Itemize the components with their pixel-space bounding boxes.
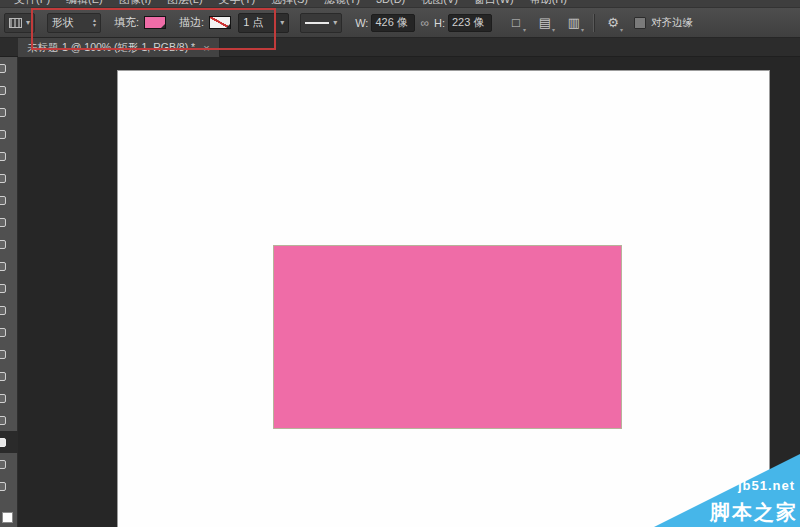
chevron-down-icon: ▾ <box>333 18 337 27</box>
document-tab[interactable]: 未标题-1 @ 100% (矩形 1, RGB/8) * × <box>18 38 220 57</box>
zoom-tool-icon <box>0 482 6 491</box>
stroke-color-swatch[interactable] <box>209 16 231 29</box>
tool-gradient[interactable] <box>0 299 18 321</box>
stroke-label: 描边: <box>179 15 204 30</box>
height-label: H: <box>434 17 445 29</box>
tool-path-selection[interactable] <box>0 409 18 431</box>
tool-preset-button[interactable]: ▾ <box>4 13 35 33</box>
document-tab-title: 未标题-1 @ 100% (矩形 1, RGB/8) * <box>27 41 195 55</box>
toolbar-tools <box>0 57 17 497</box>
menu-item-文件(F)[interactable]: 文件(F) <box>14 0 50 6</box>
chevron-down-icon: ▾ <box>26 18 30 27</box>
tool-preset-icon <box>9 18 22 28</box>
shape-height-input[interactable]: 223 像 <box>448 14 492 32</box>
rectangle-tool-icon <box>0 438 6 447</box>
shape-width-input[interactable]: 426 像 <box>371 14 415 32</box>
tool-brush[interactable] <box>0 211 18 233</box>
path-operations-icon: □ <box>512 15 520 30</box>
menu-item-3D(D)[interactable]: 3D(D) <box>376 0 405 6</box>
hand-tool-icon <box>0 460 6 469</box>
close-icon[interactable]: × <box>203 42 209 54</box>
rectangular-marquee-tool-icon <box>0 86 6 95</box>
tool-rectangle[interactable] <box>0 431 18 453</box>
brush-tool-icon <box>0 218 6 227</box>
shape-width-value: 426 像 <box>375 15 407 30</box>
tool-eraser[interactable] <box>0 277 18 299</box>
fill-label: 填充: <box>114 15 139 30</box>
crop-tool-icon <box>0 152 6 161</box>
updown-arrows-icon: ▴▾ <box>93 18 96 28</box>
path-operations-button[interactable]: □ ▾ <box>506 13 526 33</box>
options-bar: ▾ 形状 ▴▾ 填充: 描边: 1 点 ▾ ▾ W: 426 像 ∞ H: 2 <box>0 8 800 38</box>
gradient-tool-icon <box>0 306 6 315</box>
tool-move[interactable] <box>0 57 18 79</box>
path-alignment-icon: ▤ <box>539 15 551 30</box>
tool-pen[interactable] <box>0 365 18 387</box>
tool-crop[interactable] <box>0 145 18 167</box>
tool-dodge[interactable] <box>0 343 18 365</box>
clone-stamp-tool-icon <box>0 240 6 249</box>
menu-item-滤镜(T)[interactable]: 滤镜(T) <box>324 0 360 6</box>
watermark: jb51.net 脚本之家 <box>654 454 800 527</box>
tool-hand[interactable] <box>0 453 18 475</box>
chevron-down-icon: ▾ <box>552 26 555 33</box>
menu-item-图层(L)[interactable]: 图层(L) <box>167 0 202 6</box>
chevron-down-icon: ▾ <box>280 18 284 27</box>
path-arrangement-icon: ▥ <box>568 15 580 30</box>
tool-zoom[interactable] <box>0 475 18 497</box>
solid-line-icon <box>305 22 329 24</box>
pen-tool-icon <box>0 372 6 381</box>
stroke-width-field[interactable]: 1 点 ▾ <box>238 13 289 33</box>
tool-mode-value: 形状 <box>52 15 74 30</box>
blur-tool-icon <box>0 328 6 337</box>
dodge-tool-icon <box>0 350 6 359</box>
tool-healing-brush[interactable] <box>0 189 18 211</box>
tool-blur[interactable] <box>0 321 18 343</box>
stroke-style-select[interactable]: ▾ <box>300 13 342 33</box>
fill-color-swatch[interactable] <box>144 16 166 29</box>
link-dimensions-icon[interactable]: ∞ <box>420 16 429 30</box>
tab-bar: 未标题-1 @ 100% (矩形 1, RGB/8) * × <box>0 38 800 57</box>
healing-brush-tool-icon <box>0 196 6 205</box>
watermark-site-text: jb51.net <box>738 478 795 493</box>
width-label: W: <box>355 17 368 29</box>
move-tool-icon <box>0 64 6 73</box>
menu-item-编辑(E)[interactable]: 编辑(E) <box>66 0 103 6</box>
watermark-name-text: 脚本之家 <box>710 499 798 526</box>
photoshop-window: 文件(F)编辑(E)图像(I)图层(L)文字(Y)选择(S)滤镜(T)3D(D)… <box>0 0 800 527</box>
history-brush-tool-icon <box>0 262 6 271</box>
tool-type[interactable] <box>0 387 18 409</box>
chevron-down-icon: ▾ <box>581 26 584 33</box>
menu-item-视图(V)[interactable]: 视图(V) <box>421 0 458 6</box>
menu-bar: 文件(F)编辑(E)图像(I)图层(L)文字(Y)选择(S)滤镜(T)3D(D)… <box>0 0 800 8</box>
chevron-down-icon: ▾ <box>523 26 526 33</box>
eraser-tool-icon <box>0 284 6 293</box>
lasso-tool-icon <box>0 108 6 117</box>
menu-item-窗口(W)[interactable]: 窗口(W) <box>474 0 514 6</box>
rectangle-shape[interactable] <box>273 245 622 429</box>
align-edges-checkbox[interactable] <box>634 17 646 29</box>
tool-rectangular-marquee[interactable] <box>0 79 18 101</box>
menu-items: 文件(F)编辑(E)图像(I)图层(L)文字(Y)选择(S)滤镜(T)3D(D)… <box>0 0 800 6</box>
swatch-corner-icon <box>161 24 165 28</box>
menu-item-图像(I)[interactable]: 图像(I) <box>119 0 151 6</box>
swatch-corner-icon <box>226 24 230 28</box>
tool-quick-selection[interactable] <box>0 123 18 145</box>
type-tool-icon <box>0 394 6 403</box>
foreground-color-swatch[interactable] <box>2 512 13 523</box>
tool-mode-select[interactable]: 形状 ▴▾ <box>47 13 101 33</box>
menu-item-选择(S)[interactable]: 选择(S) <box>271 0 308 6</box>
path-arrangement-button[interactable]: ▥ ▾ <box>564 13 584 33</box>
tool-history-brush[interactable] <box>0 255 18 277</box>
tool-eyedropper[interactable] <box>0 167 18 189</box>
tool-lasso[interactable] <box>0 101 18 123</box>
shape-options-button[interactable]: ⚙ ▾ <box>603 13 623 33</box>
tool-clone-stamp[interactable] <box>0 233 18 255</box>
separator <box>593 14 594 32</box>
eyedropper-tool-icon <box>0 174 6 183</box>
path-selection-tool-icon <box>0 416 6 425</box>
menu-item-帮助(H)[interactable]: 帮助(H) <box>530 0 567 6</box>
path-alignment-button[interactable]: ▤ ▾ <box>535 13 555 33</box>
align-edges-label: 对齐边缘 <box>651 16 693 30</box>
menu-item-文字(Y)[interactable]: 文字(Y) <box>219 0 256 6</box>
